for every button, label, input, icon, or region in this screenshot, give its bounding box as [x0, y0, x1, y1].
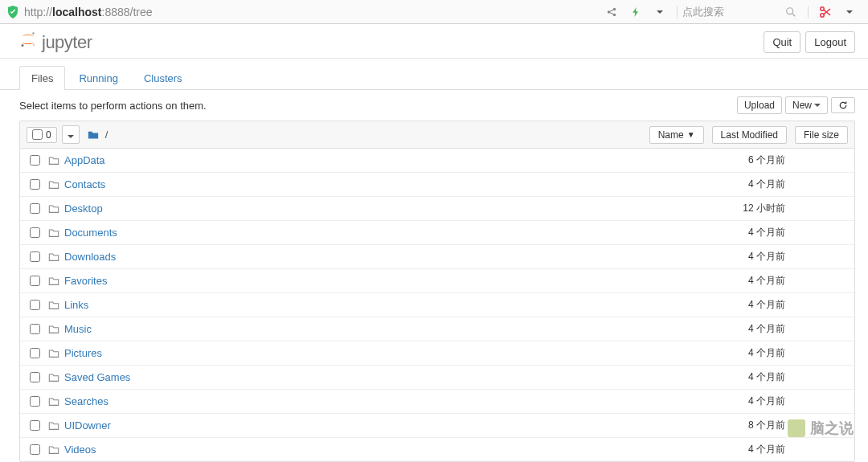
new-button[interactable]: New: [785, 96, 828, 114]
quit-button[interactable]: Quit: [764, 31, 800, 53]
item-name[interactable]: Music: [64, 323, 92, 335]
item-modified: 4 个月前: [695, 395, 800, 408]
list-item: Links4 个月前: [20, 293, 854, 317]
file-list: 0 / Name ▼ Last Modified File size AppDa…: [19, 121, 855, 462]
item-name[interactable]: AppData: [64, 154, 105, 166]
row-checkbox[interactable]: [30, 227, 40, 238]
folder-icon: [48, 444, 59, 456]
list-item: AppData6 个月前: [20, 149, 854, 173]
item-name[interactable]: Links: [64, 299, 88, 311]
new-button-label: New: [792, 100, 812, 111]
browser-search-input[interactable]: 点此搜索: [682, 5, 779, 19]
logout-button[interactable]: Logout: [805, 31, 855, 53]
row-checkbox[interactable]: [30, 251, 40, 262]
item-modified: 12 小时前: [695, 202, 800, 215]
row-checkbox[interactable]: [30, 348, 40, 358]
folder-icon: [48, 324, 59, 335]
svg-point-6: [32, 32, 35, 35]
item-modified: 8 个月前: [695, 419, 800, 432]
list-item: UIDowner8 个月前: [20, 414, 854, 438]
file-list-header: 0 / Name ▼ Last Modified File size: [20, 121, 854, 149]
row-checkbox[interactable]: [30, 444, 40, 455]
list-item: Contacts4 个月前: [20, 173, 854, 197]
item-name[interactable]: Contacts: [64, 178, 105, 190]
share-icon[interactable]: [603, 3, 620, 21]
svg-point-1: [613, 7, 616, 10]
item-name[interactable]: Downloads: [64, 251, 116, 263]
folder-icon: [48, 420, 59, 431]
sort-size-button[interactable]: File size: [795, 126, 848, 144]
lightning-dropdown-icon[interactable]: [651, 3, 669, 21]
url-host: localhost: [52, 6, 101, 18]
item-name[interactable]: UIDowner: [64, 419, 111, 431]
col-name-label: Name: [658, 129, 684, 141]
tabs: FilesRunningClusters: [0, 59, 868, 90]
row-checkbox[interactable]: [30, 155, 40, 166]
item-modified: 4 个月前: [695, 370, 800, 384]
refresh-button[interactable]: [831, 97, 855, 113]
folder-icon: [48, 372, 59, 383]
folder-icon: [48, 155, 59, 166]
lightning-icon[interactable]: [627, 3, 645, 21]
select-all-box[interactable]: 0: [27, 127, 57, 143]
search-icon[interactable]: [782, 3, 800, 21]
tab-files[interactable]: Files: [19, 66, 65, 90]
list-item: Documents4 个月前: [20, 221, 854, 245]
item-name[interactable]: Desktop: [64, 202, 103, 215]
item-modified: 6 个月前: [695, 153, 800, 167]
jupyter-logo[interactable]: jupyter: [19, 31, 92, 53]
row-checkbox[interactable]: [30, 179, 40, 190]
toolbar: Select items to perform actions on them.…: [0, 90, 868, 121]
sort-modified-button[interactable]: Last Modified: [712, 126, 787, 144]
list-item: Desktop12 小时前: [20, 197, 854, 221]
sort-name-button[interactable]: Name ▼: [649, 126, 704, 144]
scissors-icon[interactable]: [817, 3, 834, 21]
page-header: jupyter Quit Logout: [0, 24, 868, 59]
folder-icon: [48, 396, 59, 407]
row-checkbox[interactable]: [30, 203, 40, 214]
item-name[interactable]: Favorites: [64, 275, 107, 287]
row-checkbox[interactable]: [30, 276, 40, 286]
row-checkbox[interactable]: [30, 324, 40, 334]
breadcrumb-folder-icon[interactable]: [88, 129, 99, 141]
breadcrumb-root[interactable]: /: [105, 129, 108, 141]
shield-icon: [6, 6, 19, 18]
separator: [677, 6, 678, 18]
folder-icon: [48, 276, 59, 287]
url-scheme: http://: [24, 6, 52, 18]
url-display[interactable]: http://localhost:8888/tree: [24, 6, 153, 18]
item-name[interactable]: Documents: [64, 227, 117, 239]
item-name[interactable]: Searches: [64, 395, 108, 407]
folder-icon: [48, 251, 59, 263]
upload-button[interactable]: Upload: [737, 96, 782, 114]
item-modified: 4 个月前: [695, 298, 800, 312]
select-all-checkbox[interactable]: [32, 129, 43, 140]
row-checkbox[interactable]: [30, 396, 40, 407]
row-checkbox[interactable]: [30, 372, 40, 382]
separator: [808, 6, 809, 18]
svg-point-2: [613, 13, 616, 16]
tab-clusters[interactable]: Clusters: [132, 66, 194, 90]
list-item: Searches4 个月前: [20, 390, 854, 414]
list-item: Music4 个月前: [20, 317, 854, 341]
svg-point-8: [33, 44, 35, 46]
item-modified: 4 个月前: [695, 346, 800, 360]
item-name[interactable]: Pictures: [64, 347, 102, 359]
row-checkbox[interactable]: [30, 300, 40, 310]
item-modified: 4 个月前: [695, 250, 800, 264]
svg-point-7: [22, 44, 24, 47]
item-name[interactable]: Saved Games: [64, 371, 130, 383]
list-item: Saved Games4 个月前: [20, 366, 854, 390]
svg-point-0: [608, 10, 611, 14]
select-dropdown[interactable]: [62, 125, 80, 144]
item-modified: 4 个月前: [695, 322, 800, 336]
folder-icon: [48, 179, 59, 190]
tab-running[interactable]: Running: [67, 66, 129, 90]
caret-down-icon: [814, 104, 821, 107]
list-item: Pictures4 个月前: [20, 341, 854, 366]
scissors-dropdown-icon[interactable]: [841, 3, 858, 21]
sort-arrow-down-icon: ▼: [687, 130, 695, 139]
row-checkbox[interactable]: [30, 420, 40, 431]
list-item: Downloads4 个月前: [20, 245, 854, 269]
item-name[interactable]: Videos: [64, 444, 96, 456]
